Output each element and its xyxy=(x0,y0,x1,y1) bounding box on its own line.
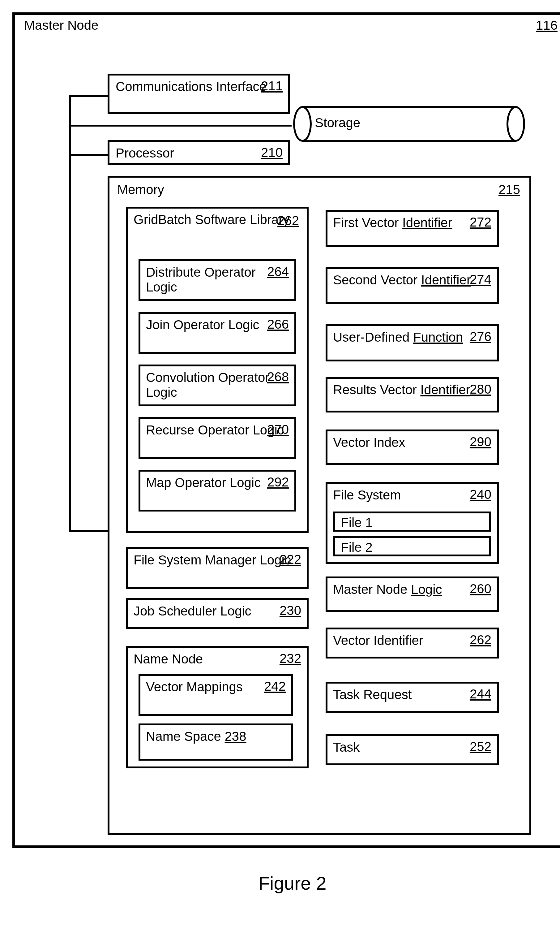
results-vector-identifier-ref: 280 xyxy=(470,382,491,397)
file-2-label: File 2 xyxy=(335,538,489,555)
vector-index-box: Vector Index 290 xyxy=(326,430,499,465)
name-space-label: Name Space 238 xyxy=(140,725,291,744)
storage-label: Storage xyxy=(315,116,360,130)
task-request-ref: 244 xyxy=(470,687,491,701)
recurse-operator-box: Recurse Operator Logic 270 xyxy=(138,417,296,459)
distribute-operator-ref: 264 xyxy=(267,264,289,279)
file-2-box: File 2 xyxy=(333,536,491,556)
master-node-ref: 116 xyxy=(536,18,557,33)
memory-ref: 215 xyxy=(498,182,520,197)
name-node-ref: 232 xyxy=(280,651,301,666)
convolution-operator-ref: 268 xyxy=(267,370,289,384)
master-node-logic-ref: 260 xyxy=(470,581,491,596)
bus-to-storage xyxy=(69,125,292,126)
first-vector-identifier-ref: 272 xyxy=(470,215,491,230)
vector-mappings-ref: 242 xyxy=(264,679,286,694)
job-scheduler-box: Job Scheduler Logic 230 xyxy=(126,598,309,629)
results-vector-identifier-box: Results Vector Identifier 280 xyxy=(326,377,499,413)
bus-to-memory xyxy=(69,530,109,532)
recurse-operator-ref: 270 xyxy=(267,422,289,437)
file-system-ref: 240 xyxy=(470,487,491,502)
communications-interface-label: Communications Interface xyxy=(115,79,282,94)
map-operator-ref: 292 xyxy=(267,475,289,490)
vector-mappings-box: Vector Mappings 242 xyxy=(138,674,293,716)
processor-label: Processor xyxy=(115,146,282,160)
communications-interface-ref: 211 xyxy=(261,79,283,94)
figure-caption: Figure 2 xyxy=(12,873,560,894)
task-request-box: Task Request 244 xyxy=(326,682,499,713)
bus-to-comm xyxy=(69,95,109,97)
processor-box: Processor 210 xyxy=(108,140,290,165)
user-defined-function-ref: 276 xyxy=(470,329,491,344)
file-system-manager-box: File System Manager Logic 222 xyxy=(126,547,309,589)
name-space-ref: 238 xyxy=(225,729,246,744)
master-node-logic-box: Master Node Logic 260 xyxy=(326,576,499,612)
task-ref: 252 xyxy=(470,739,491,754)
name-space-box: Name Space 238 xyxy=(138,723,293,761)
storage-cap-left xyxy=(293,106,312,142)
bus-vertical xyxy=(69,95,71,532)
communications-interface-box: Communications Interface 211 xyxy=(108,74,290,114)
bus-to-processor xyxy=(69,154,109,156)
first-vector-identifier-box: First Vector Identifier 272 xyxy=(326,210,499,247)
second-vector-identifier-ref: 274 xyxy=(470,272,491,287)
join-operator-ref: 266 xyxy=(267,317,289,332)
user-defined-function-box: User-Defined Function 276 xyxy=(326,324,499,361)
storage-cap-right xyxy=(506,106,525,142)
master-node-container: Master Node 116 Communications Interface… xyxy=(12,12,560,848)
processor-ref: 210 xyxy=(261,145,283,160)
file-system-manager-ref: 222 xyxy=(280,552,301,567)
master-node-label: Master Node xyxy=(24,18,98,33)
task-box: Task 252 xyxy=(326,734,499,765)
vector-identifier-box: Vector Identifier 262 xyxy=(326,627,499,658)
vector-identifier-ref: 262 xyxy=(470,632,491,647)
file-1-label: File 1 xyxy=(335,513,489,530)
file-1-box: File 1 xyxy=(333,512,491,532)
job-scheduler-ref: 230 xyxy=(280,603,301,618)
vector-index-ref: 290 xyxy=(470,435,491,449)
join-operator-box: Join Operator Logic 266 xyxy=(138,312,296,354)
distribute-operator-box: Distribute Operator Logic 264 xyxy=(138,259,296,301)
memory-label: Memory xyxy=(117,182,164,197)
gridbatch-ref: 262 xyxy=(277,213,299,228)
storage-cylinder: Storage xyxy=(293,106,525,142)
map-operator-box: Map Operator Logic 292 xyxy=(138,470,296,512)
second-vector-identifier-box: Second Vector Identifier 274 xyxy=(326,267,499,304)
convolution-operator-box: Convolution Operator Logic 268 xyxy=(138,365,296,406)
